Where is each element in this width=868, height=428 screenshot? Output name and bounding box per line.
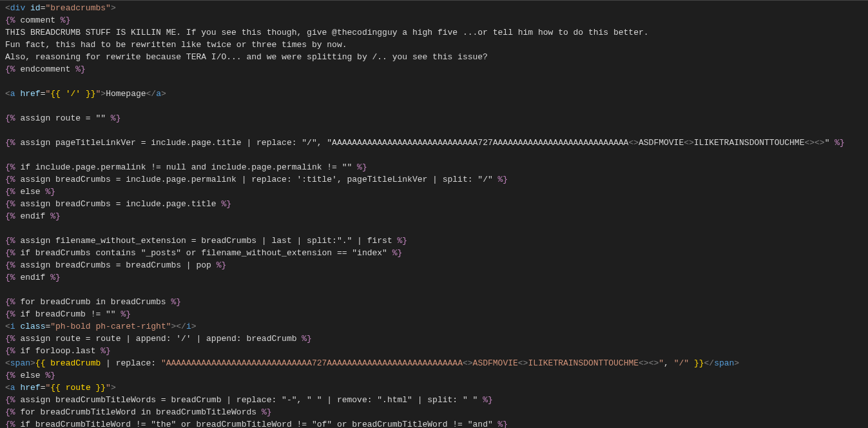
- code-token: %}: [45, 371, 55, 380]
- code-token: assign pageTitleLinkVer = include.page.t…: [15, 138, 629, 148]
- code-line[interactable]: THIS BREADCRUMB STUFF IS KILLIN ME. If y…: [5, 26, 863, 39]
- code-line[interactable]: {% for breadCrumbTitleWord in breadCrumb…: [5, 406, 863, 418]
- code-token: {{ route }}: [50, 383, 106, 393]
- code-line[interactable]: {% assign breadCrumbTitleWords = breadCr…: [5, 394, 863, 406]
- code-line[interactable]: {% if forloop.last %}: [5, 345, 863, 357]
- code-token: href: [20, 383, 40, 393]
- code-token: {%: [5, 175, 15, 184]
- code-token: <><>: [639, 358, 659, 368]
- code-token: {%: [5, 346, 15, 356]
- code-token: assign breadCrumbs = include.page.permal…: [15, 175, 498, 184]
- code-line[interactable]: {% endcomment %}: [5, 63, 863, 75]
- code-token: "breadcrumbs": [45, 3, 110, 13]
- code-token: %}: [498, 420, 508, 428]
- code-token: id: [30, 3, 41, 13]
- code-token: assign breadCrumbs = breadCrumbs | pop: [15, 260, 217, 270]
- code-line[interactable]: {% if include.page.permalink != null and…: [5, 161, 863, 173]
- code-line[interactable]: {% assign breadCrumbs = include.page.per…: [5, 173, 863, 186]
- code-token: for breadCrumb in breadCrumbs: [15, 297, 171, 307]
- code-line[interactable]: {% if breadCrumbs contains "_posts" or f…: [5, 247, 863, 259]
- code-token: %}: [262, 407, 272, 417]
- code-line[interactable]: [5, 222, 863, 235]
- code-line[interactable]: [5, 124, 863, 137]
- code-token: %}: [398, 236, 408, 246]
- code-line[interactable]: {% endif %}: [5, 271, 863, 284]
- code-token: %}: [217, 260, 227, 270]
- code-editor[interactable]: <div id="breadcrumbs">{% comment %}THIS …: [0, 0, 868, 428]
- code-line[interactable]: {% else %}: [5, 369, 863, 382]
- code-token: <: [5, 89, 10, 99]
- code-token: ILIKETRAINSDONTTOUCHME: [528, 358, 639, 368]
- code-line[interactable]: <div id="breadcrumbs">: [5, 2, 863, 14]
- code-token: Also, reasoning for rewrite because TERA…: [5, 52, 488, 62]
- code-token: %}: [50, 273, 61, 282]
- code-token: {%: [5, 260, 15, 270]
- code-line[interactable]: <a href="{{ route }}">: [5, 382, 863, 394]
- code-token: {{ '/' }}: [50, 89, 95, 99]
- code-token: ASDFMOVIE: [639, 138, 684, 148]
- code-token: ILIKETRAINSDONTTOUCHME: [694, 138, 805, 148]
- code-token: {%: [5, 371, 15, 380]
- code-token: i: [10, 322, 15, 331]
- code-token: <>: [628, 138, 639, 148]
- code-token: "/": [674, 358, 689, 368]
- code-line[interactable]: {% assign filename_without_extension = b…: [5, 235, 863, 247]
- code-token: {%: [5, 334, 15, 344]
- code-token: ": [106, 383, 111, 393]
- code-line[interactable]: <span>{{ breadCrumb | replace: "AAAAAAAA…: [5, 357, 863, 369]
- code-line[interactable]: <a href="{{ '/' }}">Homepage</a>: [5, 88, 863, 100]
- code-token: {%: [5, 211, 15, 221]
- code-token: <: [5, 358, 10, 368]
- code-token: {{ breadCrumb: [35, 358, 101, 368]
- code-line[interactable]: {% endif %}: [5, 210, 863, 222]
- code-line[interactable]: {% assign route = "" %}: [5, 112, 863, 124]
- code-token: %}: [302, 334, 312, 344]
- code-line[interactable]: {% assign breadCrumbs = include.page.tit…: [5, 198, 863, 210]
- code-line[interactable]: [5, 284, 863, 296]
- code-token: {%: [5, 236, 15, 246]
- code-line[interactable]: {% assign breadCrumbs = breadCrumbs | po…: [5, 259, 863, 271]
- code-token: div: [10, 3, 25, 13]
- code-line[interactable]: Also, reasoning for rewrite because TERA…: [5, 51, 863, 63]
- code-token: {%: [5, 199, 15, 209]
- code-token: >: [30, 358, 35, 368]
- code-line[interactable]: {% assign pageTitleLinkVer = include.pag…: [5, 137, 863, 149]
- code-token: ,: [664, 358, 674, 368]
- code-line[interactable]: [5, 149, 863, 161]
- code-token: <>: [463, 358, 473, 368]
- code-token: Homepage: [106, 89, 146, 99]
- code-token: assign filename_without_extension = brea…: [15, 236, 398, 246]
- code-token: if include.page.permalink != null and in…: [15, 162, 358, 172]
- code-line[interactable]: {% if breadCrumbTitleWord != "the" or br…: [5, 418, 863, 428]
- code-token: {%: [5, 248, 15, 258]
- code-token: a: [10, 89, 15, 99]
- code-line[interactable]: {% comment %}: [5, 14, 863, 26]
- code-line[interactable]: {% assign route = route | append: '/' | …: [5, 333, 863, 345]
- code-token: <>: [684, 138, 694, 148]
- code-token: a: [10, 383, 15, 393]
- code-token: %}: [834, 138, 845, 148]
- code-token: }}: [694, 358, 704, 368]
- code-token: {%: [5, 187, 15, 197]
- code-token: ></: [171, 322, 186, 331]
- code-line[interactable]: {% for breadCrumb in breadCrumbs %}: [5, 296, 863, 308]
- code-line[interactable]: [5, 75, 863, 88]
- code-token: <>: [518, 358, 528, 368]
- code-line[interactable]: Fun fact, this had to be rewritten like …: [5, 39, 863, 51]
- code-line[interactable]: [5, 100, 863, 112]
- code-token: for breadCrumbTitleWord in breadCrumbTit…: [15, 407, 262, 417]
- code-token: assign breadCrumbTitleWords = breadCrumb…: [15, 395, 483, 405]
- code-line[interactable]: <i class="ph-bold ph-caret-right"></i>: [5, 320, 863, 333]
- code-token: <: [5, 322, 10, 331]
- code-token: else: [15, 371, 46, 380]
- code-token: span: [714, 358, 734, 368]
- code-token: if breadCrumb != "": [15, 309, 121, 319]
- code-token: %}: [111, 113, 121, 123]
- code-token: {%: [5, 15, 15, 25]
- code-token: THIS BREADCRUMB STUFF IS KILLIN ME. If y…: [5, 28, 649, 37]
- code-line[interactable]: {% else %}: [5, 186, 863, 198]
- code-token: %}: [498, 175, 508, 184]
- code-token: {%: [5, 162, 15, 172]
- code-line[interactable]: {% if breadCrumb != "" %}: [5, 308, 863, 320]
- code-token: ": [659, 358, 664, 368]
